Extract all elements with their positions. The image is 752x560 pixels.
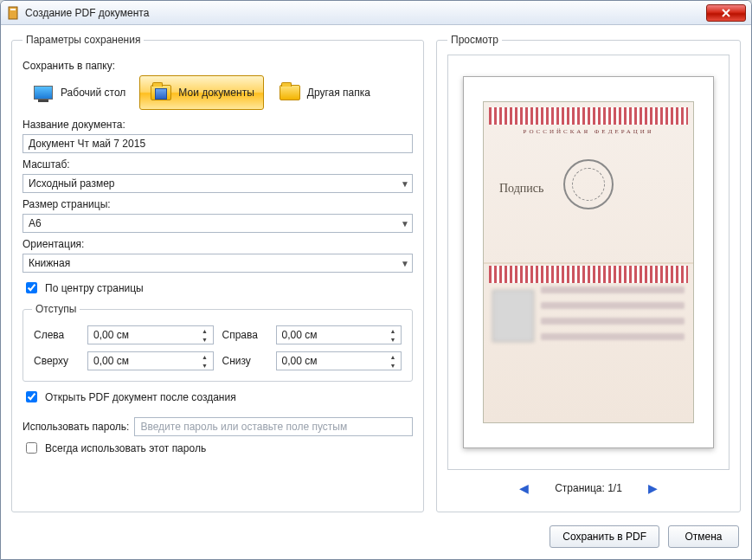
margin-bottom-label: Снизу xyxy=(222,355,267,367)
margin-bottom-input[interactable] xyxy=(276,351,402,370)
page-indicator: Страница: 1/1 xyxy=(555,482,622,494)
doc-name-label: Название документа: xyxy=(22,119,413,131)
center-page-label: По центру страницы xyxy=(45,282,144,294)
preview-panel: Просмотр РОССИЙСКАЯ ФЕДЕРАЦИЯ Подпись ◀ xyxy=(436,34,741,512)
desktop-icon xyxy=(31,83,55,102)
margins-panel: Отступы Слева ▲▼ Справа ▲▼ Сверху xyxy=(22,303,413,382)
margin-top-spinner[interactable]: ▲▼ xyxy=(198,352,212,370)
margin-left-input[interactable] xyxy=(87,325,214,344)
dialog-window: Создание PDF документа Параметры сохране… xyxy=(0,0,752,560)
svg-rect-1 xyxy=(10,9,16,10)
margin-bottom-spinner[interactable]: ▲▼ xyxy=(386,352,400,370)
params-legend: Параметры сохранения xyxy=(22,34,144,46)
scale-select[interactable] xyxy=(22,174,413,193)
folder-desktop-button[interactable]: Рабочий стол xyxy=(22,75,134,110)
always-password-checkbox[interactable] xyxy=(26,442,37,454)
folder-icon xyxy=(278,83,302,102)
margins-legend: Отступы xyxy=(32,303,80,315)
passport-document-image: РОССИЙСКАЯ ФЕДЕРАЦИЯ Подпись xyxy=(483,101,694,423)
scale-label: Масштаб: xyxy=(22,158,413,171)
my-documents-icon xyxy=(149,83,173,102)
folder-other-label: Другая папка xyxy=(307,87,370,99)
orientation-select[interactable] xyxy=(22,254,413,273)
margin-top-label: Сверху xyxy=(34,355,79,367)
margin-right-input[interactable] xyxy=(276,325,402,344)
always-password-row[interactable]: Всегда использовать этот пароль xyxy=(22,440,413,456)
content-area: Параметры сохранения Сохранить в папку: … xyxy=(1,25,751,521)
page-size-select[interactable] xyxy=(22,214,413,233)
passport-header-text: РОССИЙСКАЯ ФЕДЕРАЦИЯ xyxy=(494,128,683,135)
preview-page: РОССИЙСКАЯ ФЕДЕРАЦИЯ Подпись xyxy=(463,76,714,448)
next-page-button[interactable]: ▶ xyxy=(648,481,658,495)
open-after-checkbox[interactable] xyxy=(26,391,37,402)
password-label: Использовать пароль: xyxy=(22,421,129,433)
app-icon xyxy=(6,6,20,20)
open-after-row[interactable]: Открыть PDF документ после создания xyxy=(22,389,413,405)
window-title: Создание PDF документа xyxy=(25,7,706,19)
center-page-row[interactable]: По центру страницы xyxy=(22,280,413,296)
footer: Сохранить в PDF Отмена xyxy=(1,521,751,559)
margin-top-input[interactable] xyxy=(87,351,214,370)
margin-right-spinner[interactable]: ▲▼ xyxy=(386,326,400,344)
folder-mydocs-label: Мои документы xyxy=(178,87,254,99)
titlebar: Создание PDF документа xyxy=(1,1,751,25)
password-input[interactable] xyxy=(134,417,413,436)
margin-left-spinner[interactable]: ▲▼ xyxy=(198,326,212,344)
doc-name-input[interactable] xyxy=(22,134,413,153)
save-folder-label: Сохранить в папку: xyxy=(22,60,413,72)
pager: ◀ Страница: 1/1 ▶ xyxy=(447,473,730,503)
cancel-button[interactable]: Отмена xyxy=(668,525,739,548)
always-password-label: Всегда использовать этот пароль xyxy=(45,442,206,454)
margin-left-label: Слева xyxy=(34,329,79,341)
folder-other-button[interactable]: Другая папка xyxy=(269,75,379,110)
folder-desktop-label: Рабочий стол xyxy=(61,87,125,99)
params-panel: Параметры сохранения Сохранить в папку: … xyxy=(11,34,424,512)
save-pdf-button[interactable]: Сохранить в PDF xyxy=(550,525,659,548)
prev-page-button[interactable]: ◀ xyxy=(519,481,529,495)
page-size-label: Размер страницы: xyxy=(22,198,413,210)
margin-right-label: Справа xyxy=(222,329,267,341)
orientation-label: Ориентация: xyxy=(22,238,413,250)
preview-viewport: РОССИЙСКАЯ ФЕДЕРАЦИЯ Подпись xyxy=(447,55,730,470)
folder-mydocs-button[interactable]: Мои документы xyxy=(139,75,263,110)
folder-buttons-row: Рабочий стол Мои документы Другая папка xyxy=(22,75,413,110)
open-after-label: Открыть PDF документ после создания xyxy=(45,391,236,403)
center-page-checkbox[interactable] xyxy=(26,282,37,293)
close-button[interactable] xyxy=(706,4,746,22)
preview-legend: Просмотр xyxy=(447,34,502,46)
